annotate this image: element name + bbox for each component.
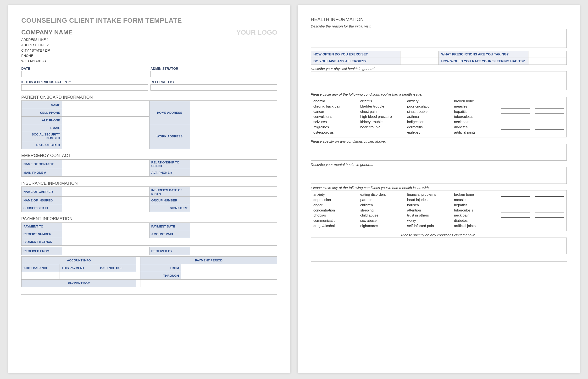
previous-patient-label: IS THIS A PREVIOUS PATIENT? (21, 80, 148, 84)
through-input[interactable] (181, 272, 277, 279)
mental-health-input[interactable] (311, 167, 567, 184)
ment-col-4: broken bonemeasleshepatitistuberculosisn… (454, 192, 496, 228)
dob-label: DATE OF BIRTH (21, 141, 62, 149)
header-row: COMPANY NAME ADDRESS LINE 1 ADDRESS LINE… (21, 29, 277, 64)
through-label: THROUGH (140, 272, 181, 279)
insured-name-input[interactable] (62, 196, 150, 204)
ment-col-2: eating disordersparentschildrensleepingc… (360, 192, 402, 228)
dob-input[interactable] (62, 141, 150, 149)
administrator-label: ADMINISTRATOR (151, 67, 277, 70)
payment-heading: PAYMENT INFORMATION (21, 216, 277, 222)
acct-balance-input[interactable] (21, 272, 60, 279)
account-period-table: ACCOUNT INFO PAYMENT PERIOD ACCT BALANCE… (21, 256, 277, 287)
from-input[interactable] (181, 264, 277, 272)
payment-method-label: PAYMENT METHOD (21, 238, 62, 245)
work-address-label: WORK ADDRESS (149, 124, 190, 149)
footer-divider-2 (311, 261, 567, 262)
home-address-input[interactable] (190, 101, 277, 124)
physical-health-input[interactable] (311, 71, 567, 90)
address-line-1: ADDRESS LINE 1 (21, 37, 72, 42)
date-label: DATE (21, 67, 148, 70)
group-number-label: GROUP NUMBER (149, 196, 190, 204)
signature-label: SIGNATURE (149, 204, 190, 212)
alt-phone-input[interactable] (62, 116, 150, 124)
work-address-input[interactable] (190, 124, 277, 149)
name-label: NAME (21, 101, 62, 109)
date-input[interactable] (21, 71, 148, 77)
subscriber-id-label: SUBSCRIBER ID (21, 204, 62, 212)
sleep-input[interactable] (528, 58, 567, 65)
logo-placeholder: YOUR LOGO (236, 29, 277, 36)
payment-date-label: PAYMENT DATE (149, 222, 190, 230)
phys-col-4: broken bonemeasleshepatitistuberculosisn… (454, 98, 496, 135)
group-number-input[interactable] (190, 196, 277, 204)
mental-specify-prompt: Please specify on any conditions circled… (311, 233, 567, 237)
footer-divider (21, 294, 277, 295)
payment-table: PAYMENT TO PAYMENT DATE RECEIPT NUMBER A… (21, 222, 277, 246)
receipt-number-label: RECEIPT NUMBER (21, 230, 62, 238)
page-2: HEALTH INFORMATION Describe the reason f… (298, 5, 580, 373)
payment-method-input[interactable] (62, 238, 277, 245)
form-title: COUNSELING CLIENT INTAKE FORM TEMPLATE (21, 17, 277, 24)
payment-to-input[interactable] (62, 222, 150, 230)
company-name: COMPANY NAME (21, 29, 72, 36)
referred-by-input[interactable] (151, 84, 277, 91)
received-from-input[interactable] (62, 247, 150, 255)
payment-for-input[interactable] (140, 279, 277, 287)
phys-col-2: arthritisbladder troublechest painhigh b… (360, 98, 402, 135)
receipt-number-input[interactable] (62, 230, 150, 238)
reason-input[interactable] (311, 29, 567, 48)
company-block: COMPANY NAME ADDRESS LINE 1 ADDRESS LINE… (21, 29, 72, 64)
main-phone-label: MAIN PHONE # (21, 169, 62, 176)
onboard-heading: PATIENT ONBOARD INFORMATION (21, 95, 277, 101)
received-by-input[interactable] (190, 247, 277, 255)
health-info-heading: HEALTH INFORMATION (311, 17, 567, 22)
contact-name-label: NAME OF CONTACT (21, 159, 62, 169)
cell-phone-input[interactable] (62, 109, 150, 116)
home-address-label: HOME ADDRESS (149, 101, 190, 124)
email-input[interactable] (62, 124, 150, 132)
insured-dob-input[interactable] (190, 187, 277, 196)
received-table: RECEIVED FROM RECEIVED BY (21, 247, 277, 255)
ment-col-1: anxietydepressionangerconcentrationphobi… (313, 192, 355, 228)
alt-phone-input-2[interactable] (190, 169, 277, 176)
ssn-input[interactable] (62, 132, 150, 141)
emergency-table: NAME OF CONTACT RELATIONSHIP TO CLIENT M… (21, 159, 277, 177)
referred-by-label: REFERRED BY (151, 80, 277, 84)
physical-specify-input[interactable] (311, 144, 567, 161)
carrier-input[interactable] (62, 187, 150, 196)
ment-blank-lines[interactable] (501, 192, 564, 228)
allergies-input[interactable] (401, 58, 439, 65)
web-line: WEB ADDRESS (21, 59, 72, 64)
physical-health-prompt: Describe your physical health in general… (311, 67, 567, 71)
mental-specify-input[interactable] (311, 237, 567, 254)
phys-col-1: anemiachronic back paincancerconvulsions… (313, 98, 355, 135)
phys-blank-lines[interactable] (501, 98, 564, 135)
ment-col-3: financial problemshead injuriesnauseaatt… (407, 192, 449, 228)
name-input[interactable] (62, 101, 150, 109)
administrator-input[interactable] (151, 71, 277, 77)
previous-patient-input[interactable] (21, 84, 148, 91)
relationship-input[interactable] (190, 159, 277, 169)
page-1: COUNSELING CLIENT INTAKE FORM TEMPLATE C… (8, 5, 290, 373)
balance-due-input[interactable] (98, 272, 136, 279)
prescriptions-input[interactable] (528, 51, 567, 58)
relationship-label: RELATIONSHIP TO CLIENT (149, 159, 190, 169)
main-phone-input[interactable] (62, 169, 150, 176)
amount-paid-input[interactable] (190, 230, 277, 238)
account-info-header: ACCOUNT INFO (21, 256, 136, 264)
payment-for-label: PAYMENT FOR (21, 279, 136, 287)
email-label: EMAIL (21, 124, 62, 132)
allergies-label: DO YOU HAVE ANY ALLERGIES? (311, 58, 401, 65)
payment-date-input[interactable] (190, 222, 277, 230)
carrier-label: NAME OF CARRIER (21, 187, 62, 196)
subscriber-id-input[interactable] (62, 204, 150, 212)
exercise-input[interactable] (401, 51, 439, 58)
signature-input[interactable] (190, 204, 277, 212)
reason-prompt: Describe the reason for the initial visi… (311, 24, 567, 28)
insurance-table: NAME OF CARRIER INSURED'S DATE OF BIRTH … (21, 187, 277, 212)
contact-name-input[interactable] (62, 159, 150, 169)
phone-line: PHONE (21, 53, 72, 58)
date-admin-row: DATE ADMINISTRATOR (21, 67, 277, 77)
this-payment-input[interactable] (60, 272, 98, 279)
